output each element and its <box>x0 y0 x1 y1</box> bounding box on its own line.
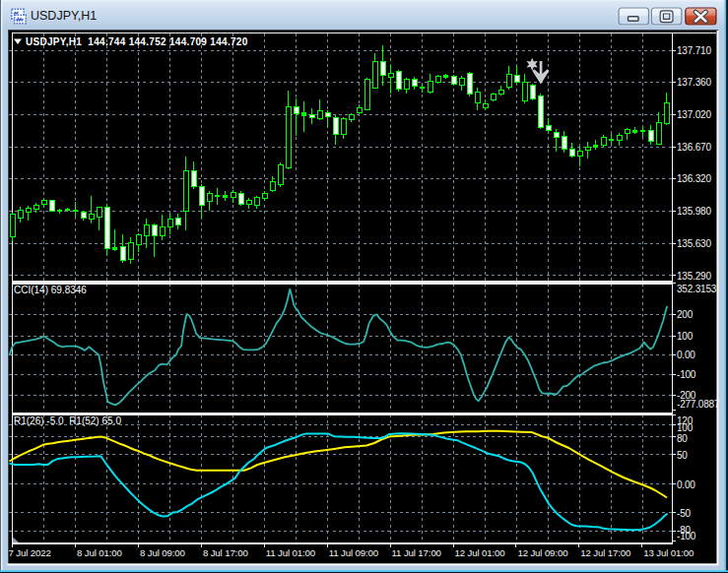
svg-text:200: 200 <box>677 309 694 320</box>
svg-text:7 Jul 2022: 7 Jul 2022 <box>9 547 51 558</box>
svg-text:0.00: 0.00 <box>677 350 695 360</box>
svg-text:135.980: 135.980 <box>677 206 711 217</box>
svg-text:137.710: 137.710 <box>677 45 711 56</box>
svg-text:8 Jul 09:00: 8 Jul 09:00 <box>140 547 186 558</box>
svg-text:8 Jul 01:00: 8 Jul 01:00 <box>77 547 123 558</box>
svg-text:135.630: 135.630 <box>677 238 711 249</box>
svg-text:CCI(14) 69.8346: CCI(14) 69.8346 <box>14 285 87 295</box>
svg-text:0.00: 0.00 <box>677 479 695 490</box>
svg-text:-50: -50 <box>677 508 691 519</box>
svg-text:80: 80 <box>677 433 688 444</box>
svg-text:R1(26) -5.0 R1(52) 65.0: R1(26) -5.0 R1(52) 65.0 <box>14 415 121 426</box>
svg-text:USDJPY,H1: USDJPY,H1 <box>31 9 97 23</box>
svg-text:11 Jul 01:00: 11 Jul 01:00 <box>266 547 316 558</box>
svg-text:8 Jul 17:00: 8 Jul 17:00 <box>203 547 249 558</box>
svg-text:13 Jul 01:00: 13 Jul 01:00 <box>643 547 695 558</box>
svg-text:137.360: 137.360 <box>677 77 711 88</box>
svg-text:135.290: 135.290 <box>677 271 711 282</box>
svg-text:12 Jul 17:00: 12 Jul 17:00 <box>580 547 631 558</box>
svg-text:100: 100 <box>677 331 694 342</box>
svg-text:12 Jul 09:00: 12 Jul 09:00 <box>517 547 568 558</box>
svg-text:50: 50 <box>677 450 688 461</box>
svg-text:USDJPY,H1 144.744 144.752 144: USDJPY,H1 144.744 144.752 144.709 144.72… <box>26 36 248 47</box>
svg-text:11 Jul 17:00: 11 Jul 17:00 <box>392 547 442 558</box>
svg-text:352.3153: 352.3153 <box>677 284 717 294</box>
svg-text:-100: -100 <box>677 369 696 380</box>
svg-text:12 Jul 01:00: 12 Jul 01:00 <box>455 547 506 558</box>
svg-text:136.670: 136.670 <box>677 142 711 153</box>
svg-text:-277.0887: -277.0887 <box>677 399 720 410</box>
svg-text:136.320: 136.320 <box>677 173 711 184</box>
svg-text:11 Jul 09:00: 11 Jul 09:00 <box>329 547 379 558</box>
svg-text:100: 100 <box>677 422 694 433</box>
svg-text:-100: -100 <box>677 531 696 541</box>
svg-text:137.020: 137.020 <box>677 109 711 120</box>
